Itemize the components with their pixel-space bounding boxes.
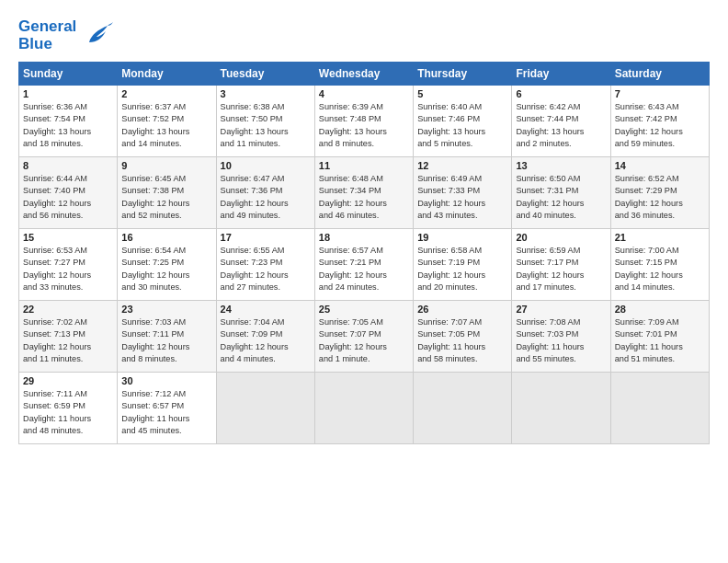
- weekday-header: Thursday: [414, 63, 512, 86]
- day-number: 23: [121, 304, 211, 315]
- day-number: 7: [615, 88, 705, 99]
- calendar-cell: 27Sunrise: 7:08 AMSunset: 7:03 PMDayligh…: [512, 301, 610, 373]
- day-info: Sunrise: 6:52 AMSunset: 7:29 PMDaylight:…: [615, 173, 705, 222]
- calendar-cell: [414, 373, 512, 444]
- day-number: 10: [221, 160, 311, 171]
- day-info: Sunrise: 6:45 AMSunset: 7:38 PMDaylight:…: [121, 173, 211, 222]
- day-info: Sunrise: 6:44 AMSunset: 7:40 PMDaylight:…: [23, 173, 113, 222]
- day-info: Sunrise: 6:48 AMSunset: 7:34 PMDaylight:…: [319, 173, 409, 222]
- day-info: Sunrise: 6:47 AMSunset: 7:36 PMDaylight:…: [221, 173, 311, 222]
- calendar-cell: 11Sunrise: 6:48 AMSunset: 7:34 PMDayligh…: [314, 157, 413, 229]
- calendar-cell: 30Sunrise: 7:12 AMSunset: 6:57 PMDayligh…: [118, 373, 216, 444]
- calendar-cell: 14Sunrise: 6:52 AMSunset: 7:29 PMDayligh…: [610, 157, 709, 229]
- day-number: 20: [516, 232, 606, 243]
- calendar-cell: 10Sunrise: 6:47 AMSunset: 7:36 PMDayligh…: [216, 157, 314, 229]
- day-number: 16: [121, 232, 211, 243]
- logo: General Blue: [18, 17, 115, 54]
- day-number: 24: [221, 304, 311, 315]
- calendar-week-row: 1Sunrise: 6:36 AMSunset: 7:54 PMDaylight…: [19, 86, 710, 157]
- day-info: Sunrise: 7:04 AMSunset: 7:09 PMDaylight:…: [221, 316, 311, 365]
- calendar-cell: 20Sunrise: 6:59 AMSunset: 7:17 PMDayligh…: [512, 229, 610, 301]
- calendar-cell: 3Sunrise: 6:38 AMSunset: 7:50 PMDaylight…: [216, 86, 314, 157]
- calendar-cell: [216, 373, 314, 444]
- day-number: 1: [23, 88, 113, 99]
- day-info: Sunrise: 7:02 AMSunset: 7:13 PMDaylight:…: [23, 316, 113, 365]
- calendar-cell: 4Sunrise: 6:39 AMSunset: 7:48 PMDaylight…: [314, 86, 413, 157]
- day-info: Sunrise: 6:38 AMSunset: 7:50 PMDaylight:…: [221, 101, 311, 150]
- day-info: Sunrise: 6:40 AMSunset: 7:46 PMDaylight:…: [417, 101, 507, 150]
- day-info: Sunrise: 6:49 AMSunset: 7:33 PMDaylight:…: [417, 173, 507, 222]
- day-number: 28: [615, 304, 705, 315]
- day-info: Sunrise: 7:07 AMSunset: 7:05 PMDaylight:…: [417, 316, 507, 365]
- calendar-cell: 13Sunrise: 6:50 AMSunset: 7:31 PMDayligh…: [512, 157, 610, 229]
- day-info: Sunrise: 6:36 AMSunset: 7:54 PMDaylight:…: [23, 101, 113, 150]
- day-info: Sunrise: 6:57 AMSunset: 7:21 PMDaylight:…: [319, 245, 409, 293]
- day-info: Sunrise: 6:53 AMSunset: 7:27 PMDaylight:…: [23, 245, 113, 293]
- day-number: 17: [221, 232, 311, 243]
- calendar-cell: 19Sunrise: 6:58 AMSunset: 7:19 PMDayligh…: [414, 229, 512, 301]
- calendar-cell: 2Sunrise: 6:37 AMSunset: 7:52 PMDaylight…: [118, 86, 216, 157]
- weekday-header: Sunday: [19, 63, 118, 86]
- calendar-cell: 7Sunrise: 6:43 AMSunset: 7:42 PMDaylight…: [610, 86, 709, 157]
- day-number: 8: [23, 160, 113, 171]
- day-info: Sunrise: 6:39 AMSunset: 7:48 PMDaylight:…: [319, 101, 409, 150]
- logo-bird-icon: [82, 17, 115, 54]
- day-number: 6: [516, 88, 606, 99]
- day-info: Sunrise: 7:12 AMSunset: 6:57 PMDaylight:…: [121, 388, 211, 437]
- calendar-cell: 16Sunrise: 6:54 AMSunset: 7:25 PMDayligh…: [118, 229, 216, 301]
- day-number: 22: [23, 304, 113, 315]
- day-number: 13: [516, 160, 606, 171]
- day-number: 4: [319, 88, 409, 99]
- day-info: Sunrise: 7:08 AMSunset: 7:03 PMDaylight:…: [516, 316, 606, 365]
- logo-general: General: [18, 17, 76, 35]
- weekday-header: Tuesday: [216, 63, 314, 86]
- calendar-cell: 6Sunrise: 6:42 AMSunset: 7:44 PMDaylight…: [512, 86, 610, 157]
- calendar-cell: 25Sunrise: 7:05 AMSunset: 7:07 PMDayligh…: [314, 301, 413, 373]
- day-info: Sunrise: 6:50 AMSunset: 7:31 PMDaylight:…: [516, 173, 606, 222]
- day-info: Sunrise: 6:59 AMSunset: 7:17 PMDaylight:…: [516, 245, 606, 293]
- calendar-cell: [512, 373, 610, 444]
- day-number: 5: [417, 88, 507, 99]
- page: General Blue SundayMondayTuesdayWednesda…: [0, 0, 728, 563]
- day-number: 9: [121, 160, 211, 171]
- day-info: Sunrise: 7:05 AMSunset: 7:07 PMDaylight:…: [319, 316, 409, 365]
- day-info: Sunrise: 6:43 AMSunset: 7:42 PMDaylight:…: [615, 101, 705, 150]
- day-info: Sunrise: 6:58 AMSunset: 7:19 PMDaylight:…: [417, 245, 507, 293]
- day-info: Sunrise: 7:03 AMSunset: 7:11 PMDaylight:…: [121, 316, 211, 365]
- day-number: 3: [221, 88, 311, 99]
- calendar-cell: 17Sunrise: 6:55 AMSunset: 7:23 PMDayligh…: [216, 229, 314, 301]
- calendar-week-row: 22Sunrise: 7:02 AMSunset: 7:13 PMDayligh…: [19, 301, 710, 373]
- header: General Blue: [18, 17, 710, 54]
- day-number: 19: [417, 232, 507, 243]
- day-number: 14: [615, 160, 705, 171]
- day-number: 27: [516, 304, 606, 315]
- day-info: Sunrise: 6:42 AMSunset: 7:44 PMDaylight:…: [516, 101, 606, 150]
- calendar-cell: 26Sunrise: 7:07 AMSunset: 7:05 PMDayligh…: [414, 301, 512, 373]
- calendar-cell: 15Sunrise: 6:53 AMSunset: 7:27 PMDayligh…: [19, 229, 118, 301]
- day-number: 25: [319, 304, 409, 315]
- day-info: Sunrise: 7:00 AMSunset: 7:15 PMDaylight:…: [615, 245, 705, 293]
- day-number: 26: [417, 304, 507, 315]
- calendar-cell: 22Sunrise: 7:02 AMSunset: 7:13 PMDayligh…: [19, 301, 118, 373]
- day-info: Sunrise: 6:37 AMSunset: 7:52 PMDaylight:…: [121, 101, 211, 150]
- calendar-cell: 18Sunrise: 6:57 AMSunset: 7:21 PMDayligh…: [314, 229, 413, 301]
- calendar-cell: [610, 373, 709, 444]
- day-number: 15: [23, 232, 113, 243]
- day-number: 29: [23, 375, 113, 386]
- calendar-cell: 24Sunrise: 7:04 AMSunset: 7:09 PMDayligh…: [216, 301, 314, 373]
- calendar-cell: 29Sunrise: 7:11 AMSunset: 6:59 PMDayligh…: [19, 373, 118, 444]
- calendar-cell: [314, 373, 413, 444]
- weekday-header: Wednesday: [314, 63, 413, 86]
- day-info: Sunrise: 6:54 AMSunset: 7:25 PMDaylight:…: [121, 245, 211, 293]
- day-number: 18: [319, 232, 409, 243]
- calendar-week-row: 29Sunrise: 7:11 AMSunset: 6:59 PMDayligh…: [19, 373, 710, 444]
- calendar-cell: 5Sunrise: 6:40 AMSunset: 7:46 PMDaylight…: [414, 86, 512, 157]
- day-number: 11: [319, 160, 409, 171]
- day-info: Sunrise: 7:11 AMSunset: 6:59 PMDaylight:…: [23, 388, 113, 437]
- calendar-cell: 28Sunrise: 7:09 AMSunset: 7:01 PMDayligh…: [610, 301, 709, 373]
- calendar-week-row: 8Sunrise: 6:44 AMSunset: 7:40 PMDaylight…: [19, 157, 710, 229]
- weekday-header: Saturday: [610, 63, 709, 86]
- calendar-cell: 9Sunrise: 6:45 AMSunset: 7:38 PMDaylight…: [118, 157, 216, 229]
- calendar-cell: 21Sunrise: 7:00 AMSunset: 7:15 PMDayligh…: [610, 229, 709, 301]
- calendar-header-row: SundayMondayTuesdayWednesdayThursdayFrid…: [19, 63, 710, 86]
